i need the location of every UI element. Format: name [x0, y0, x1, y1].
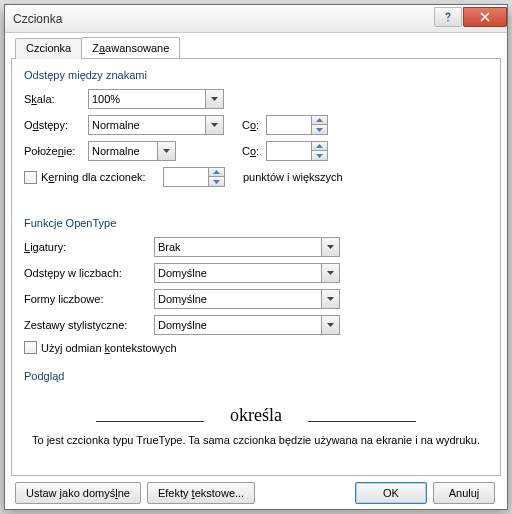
preview-description: To jest czcionka typu TrueType. Ta sama … [24, 434, 488, 446]
tab-strip: Czcionka Zaawansowane [11, 37, 501, 59]
contextual-label: Użyj odmian kontekstowych [41, 342, 177, 354]
kerning-spin[interactable] [163, 167, 225, 187]
tab-font[interactable]: Czcionka [15, 38, 82, 59]
chevron-down-icon[interactable] [206, 115, 224, 135]
chevron-down-icon[interactable] [312, 151, 328, 161]
ligatures-input[interactable] [154, 237, 322, 257]
font-dialog: Czcionka Czcionka Zaawansowane Odstępy m… [4, 4, 508, 510]
chevron-down-icon[interactable] [322, 263, 340, 283]
position-label: Położenie: [24, 145, 88, 157]
position-by-spin[interactable] [266, 141, 328, 161]
spacing-input[interactable] [88, 115, 206, 135]
stylistic-sets-combo[interactable] [154, 315, 340, 335]
kerning-label: Kerning dla czcionek: [41, 171, 163, 183]
ok-button[interactable]: OK [355, 482, 427, 504]
preview-line-left [96, 421, 204, 422]
opentype-title: Funkcje OpenType [24, 217, 490, 229]
kerning-checkbox[interactable] [24, 171, 37, 184]
scale-input[interactable] [88, 89, 206, 109]
preview-box: określa [24, 390, 488, 428]
chevron-up-icon[interactable] [312, 115, 328, 125]
number-forms-input[interactable] [154, 289, 322, 309]
chevron-down-icon[interactable] [322, 315, 340, 335]
close-button[interactable] [463, 7, 507, 27]
position-combo[interactable] [88, 141, 176, 161]
number-forms-label: Formy liczbowe: [24, 293, 154, 305]
titlebar: Czcionka [5, 5, 507, 33]
set-default-button[interactable]: Ustaw jako domyślne [15, 482, 141, 504]
kerning-after-label: punktów i większych [243, 171, 343, 183]
panel-advanced: Odstępy między znakami Skala: Odstępy: C [11, 59, 501, 476]
kerning-input[interactable] [163, 167, 209, 187]
stylistic-sets-label: Zestawy stylistyczne: [24, 319, 154, 331]
number-spacing-label: Odstępy w liczbach: [24, 267, 154, 279]
chevron-down-icon[interactable] [206, 89, 224, 109]
help-button[interactable] [434, 7, 462, 27]
tab-advanced[interactable]: Zaawansowane [81, 37, 180, 58]
dialog-footer: Ustaw jako domyślne Efekty tekstowe... O… [11, 476, 501, 504]
chevron-down-icon[interactable] [322, 289, 340, 309]
chevron-down-icon[interactable] [209, 177, 225, 187]
stylistic-sets-input[interactable] [154, 315, 322, 335]
spacing-combo[interactable] [88, 115, 224, 135]
ligatures-combo[interactable] [154, 237, 340, 257]
spacing-by-input[interactable] [266, 115, 312, 135]
position-by-input[interactable] [266, 141, 312, 161]
window-title: Czcionka [13, 12, 434, 26]
number-forms-combo[interactable] [154, 289, 340, 309]
contextual-checkbox[interactable] [24, 341, 37, 354]
spacing-label: Odstępy: [24, 119, 88, 131]
position-by-label: Co: [242, 145, 266, 157]
chevron-up-icon[interactable] [312, 141, 328, 151]
character-spacing-title: Odstępy między znakami [24, 69, 490, 81]
scale-combo[interactable] [88, 89, 224, 109]
number-spacing-input[interactable] [154, 263, 322, 283]
spacing-by-label: Co: [242, 119, 266, 131]
chevron-down-icon[interactable] [312, 125, 328, 135]
preview-line-right [308, 421, 416, 422]
scale-label: Skala: [24, 93, 88, 105]
preview-title: Podgląd [24, 370, 490, 382]
position-input[interactable] [88, 141, 158, 161]
preview-sample: określa [212, 405, 300, 428]
cancel-button[interactable]: Anuluj [433, 482, 495, 504]
chevron-down-icon[interactable] [158, 141, 176, 161]
chevron-down-icon[interactable] [322, 237, 340, 257]
spacing-by-spin[interactable] [266, 115, 328, 135]
text-effects-button[interactable]: Efekty tekstowe... [147, 482, 255, 504]
chevron-up-icon[interactable] [209, 167, 225, 177]
number-spacing-combo[interactable] [154, 263, 340, 283]
ligatures-label: Ligatury: [24, 241, 154, 253]
